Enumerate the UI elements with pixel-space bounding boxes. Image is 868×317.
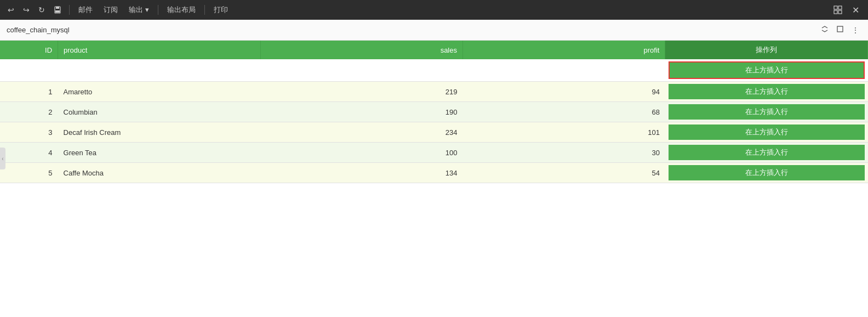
cell-sales: 190 — [260, 102, 462, 122]
table-container: ID product sales profit 操作列 在上方插入行 — [0, 41, 868, 317]
table-row: 1Amaretto21994在上方插入行 — [0, 82, 868, 102]
insert-row-button-4[interactable]: 在上方插入行 — [669, 145, 865, 160]
table-row: 5Caffe Mocha13454在上方插入行 — [0, 163, 868, 183]
cell-id: 2 — [0, 102, 58, 122]
cell-empty-product — [58, 59, 260, 82]
svg-rect-2 — [55, 10, 60, 13]
panel-pin-button[interactable] — [834, 24, 846, 36]
cell-product: Columbian — [58, 102, 260, 122]
table-row: 4Green Tea10030在上方插入行 — [0, 143, 868, 163]
table-row-empty: 在上方插入行 — [0, 59, 868, 82]
insert-row-button-2[interactable]: 在上方插入行 — [669, 104, 865, 120]
panel-expand-button[interactable] — [819, 24, 831, 36]
menu-mail[interactable]: 邮件 — [74, 3, 97, 17]
toolbar-right: ✕ — [830, 3, 864, 18]
insert-row-button-0[interactable]: 在上方插入行 — [669, 61, 865, 79]
insert-row-button-5[interactable]: 在上方插入行 — [669, 165, 865, 180]
menu-output[interactable]: 输出 ▾ — [124, 3, 153, 17]
svg-rect-5 — [834, 10, 837, 14]
cell-profit: 94 — [463, 82, 665, 102]
panel-header: coffee_chain_mysql ⋮ — [0, 20, 868, 41]
table-header-row: ID product sales profit 操作列 — [0, 41, 868, 59]
svg-rect-1 — [56, 7, 59, 9]
separator-2 — [158, 5, 158, 15]
header-action: 操作列 — [665, 41, 868, 59]
panel-header-actions: ⋮ — [819, 24, 861, 36]
cell-sales: 134 — [260, 163, 462, 183]
cell-product: Green Tea — [58, 143, 260, 163]
svg-rect-4 — [838, 6, 842, 9]
save-button[interactable] — [50, 4, 65, 16]
insert-row-button-1[interactable]: 在上方插入行 — [669, 84, 865, 99]
panel-title: coffee_chain_mysql — [7, 26, 70, 34]
cell-action[interactable]: 在上方插入行 — [665, 163, 868, 183]
expand-window-button[interactable] — [830, 3, 846, 16]
svg-rect-6 — [838, 10, 842, 14]
cell-product: Caffe Mocha — [58, 163, 260, 183]
header-id: ID — [0, 41, 58, 59]
cell-empty-profit — [463, 59, 665, 82]
toolbar: ↩ ↪ ↻ 邮件 订阅 输出 ▾ 输出布局 打印 ✕ — [0, 0, 868, 20]
data-table: ID product sales profit 操作列 在上方插入行 — [0, 41, 868, 183]
cell-action[interactable]: 在上方插入行 — [665, 122, 868, 143]
cell-empty-action[interactable]: 在上方插入行 — [665, 59, 868, 82]
header-product: product — [58, 41, 260, 59]
cell-id: 5 — [0, 163, 58, 183]
cell-profit: 101 — [463, 122, 665, 143]
cell-id: 1 — [0, 82, 58, 102]
header-sales: sales — [260, 41, 462, 59]
cell-sales: 219 — [260, 82, 462, 102]
undo-button[interactable]: ↩ — [4, 3, 18, 16]
menu-print[interactable]: 打印 — [209, 3, 232, 17]
svg-rect-3 — [834, 6, 837, 9]
cell-action[interactable]: 在上方插入行 — [665, 102, 868, 122]
cell-sales: 234 — [260, 122, 462, 143]
cell-profit: 30 — [463, 143, 665, 163]
cell-action[interactable]: 在上方插入行 — [665, 82, 868, 102]
panel-more-button[interactable]: ⋮ — [849, 25, 861, 36]
cell-id: 4 — [0, 143, 58, 163]
menu-layout[interactable]: 输出布局 — [163, 3, 200, 17]
table-row: 2Columbian19068在上方插入行 — [0, 102, 868, 122]
cell-product: Amaretto — [58, 82, 260, 102]
cell-empty-id — [0, 59, 58, 82]
main-area: coffee_chain_mysql ⋮ ID product — [0, 20, 868, 317]
cell-profit: 54 — [463, 163, 665, 183]
insert-row-button-3[interactable]: 在上方插入行 — [669, 124, 865, 140]
separator-3 — [204, 5, 205, 15]
menu-subscribe[interactable]: 订阅 — [99, 3, 122, 17]
cell-id: 3 — [0, 122, 58, 143]
table-row: 3Decaf Irish Cream234101在上方插入行 — [0, 122, 868, 143]
cell-empty-sales — [260, 59, 462, 82]
cell-action[interactable]: 在上方插入行 — [665, 143, 868, 163]
redo-button[interactable]: ↪ — [20, 3, 33, 16]
cell-sales: 100 — [260, 143, 462, 163]
close-button[interactable]: ✕ — [848, 3, 864, 18]
refresh-button[interactable]: ↻ — [35, 3, 48, 16]
cell-product: Decaf Irish Cream — [58, 122, 260, 143]
header-profit: profit — [463, 41, 665, 59]
left-collapse-handle[interactable]: ‹ — [0, 148, 5, 169]
svg-rect-7 — [837, 26, 843, 32]
separator-1 — [69, 5, 70, 15]
cell-profit: 68 — [463, 102, 665, 122]
